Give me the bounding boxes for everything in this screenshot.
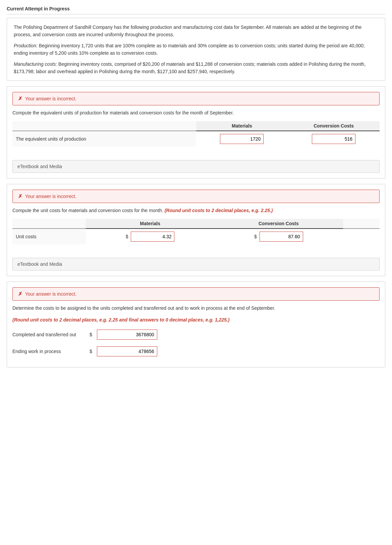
section-2: ✗ Your answer is incorrect. Compute the … (7, 184, 385, 276)
section-2-question-text: Compute the unit costs for materials and… (12, 208, 163, 213)
section-3-highlight-para: (Round unit costs to 2 decimal places, e… (12, 316, 380, 324)
error-message-3: Your answer is incorrect. (25, 291, 76, 297)
error-banner-3: ✗ Your answer is incorrect. (12, 287, 380, 301)
materials-dollar-sign-2: $ (126, 234, 128, 239)
section-3-content: Determine the costs to be assigned to th… (7, 305, 385, 367)
section-2-table: Materials Conversion Costs Unit costs $ … (12, 219, 380, 244)
completed-row: Completed and transferred out $ (12, 328, 380, 341)
conversion-input-cell-1 (288, 131, 380, 147)
col-conversion-2: Conversion Costs (214, 219, 343, 229)
etextbook-label-2: eTextbook and Media (17, 261, 62, 267)
conversion-dollar-sign-2: $ (254, 234, 257, 239)
conversion-input-2[interactable] (260, 232, 303, 242)
section-1-content: Compute the equivalent units of producti… (7, 109, 385, 157)
section-3-question-highlight: (Round unit costs to 2 decimal places, e… (12, 317, 229, 323)
info-paragraph-3: Manufacturing costs: Beginning inventory… (14, 60, 378, 76)
production-text: Beginning inventory 1,720 units that are… (14, 43, 365, 56)
section-3-question: Determine the costs to be assigned to th… (12, 305, 380, 312)
error-banner-1: ✗ Your answer is incorrect. (12, 92, 380, 105)
ending-dollar-sign: $ (90, 349, 92, 354)
error-message-1: Your answer is incorrect. (25, 96, 76, 101)
equivalent-units-label: The equivalent units of production (12, 131, 196, 147)
col-blank-2 (12, 219, 86, 229)
unit-costs-row: Unit costs $ $ (12, 229, 380, 244)
section-1: ✗ Your answer is incorrect. Compute the … (7, 86, 385, 179)
col-blank-1 (12, 121, 196, 131)
completed-dollar-sign: $ (90, 332, 92, 337)
etextbook-bar-2[interactable]: eTextbook and Media (12, 258, 380, 270)
current-attempt-label: Current Attempt in Progress (7, 6, 70, 11)
section-2-question-highlight: (Round unit costs to 2 decimal places, e… (165, 208, 273, 213)
manufacturing-label: Manufacturing costs: (14, 61, 57, 67)
ending-row: Ending work in process $ (12, 345, 380, 358)
section-2-content: Compute the unit costs for materials and… (7, 207, 385, 254)
error-icon-1: ✗ (18, 96, 22, 102)
completed-label: Completed and transferred out (12, 332, 86, 337)
info-paragraph-1: The Polishing Department of Sandhill Com… (14, 23, 378, 39)
error-message-2: Your answer is incorrect. (25, 194, 76, 199)
info-box: The Polishing Department of Sandhill Com… (7, 18, 385, 81)
manufacturing-text: Beginning inventory costs, comprised of … (14, 61, 366, 74)
conversion-dollar-cell: $ (214, 229, 343, 244)
info-paragraph-2: Production: Beginning inventory 1,720 un… (14, 42, 378, 57)
conversion-input-1[interactable] (312, 134, 355, 144)
etextbook-bar-1[interactable]: eTextbook and Media (12, 160, 380, 173)
unit-costs-label: Unit costs (12, 229, 86, 244)
current-attempt-header: Current Attempt in Progress (7, 3, 385, 14)
equivalent-units-row: The equivalent units of production (12, 131, 380, 147)
section-3-question-text: Determine the costs to be assigned to th… (12, 305, 275, 311)
ending-input[interactable] (97, 346, 157, 356)
section-1-table: Materials Conversion Costs The equivalen… (12, 121, 380, 147)
col-materials-2: Materials (86, 219, 214, 229)
section-1-question: Compute the equivalent units of producti… (12, 109, 380, 116)
col-materials-1: Materials (196, 121, 288, 131)
error-icon-2: ✗ (18, 193, 22, 199)
col-conversion-1: Conversion Costs (288, 121, 380, 131)
section-3: ✗ Your answer is incorrect. Determine th… (7, 282, 385, 367)
materials-dollar-cell: $ (86, 229, 214, 244)
error-banner-2: ✗ Your answer is incorrect. (12, 190, 380, 203)
etextbook-label-1: eTextbook and Media (17, 164, 62, 169)
completed-input[interactable] (97, 330, 157, 340)
production-label: Production: (14, 43, 38, 48)
materials-input-cell-1 (196, 131, 288, 147)
ending-label: Ending work in process (12, 349, 86, 354)
section-2-question: Compute the unit costs for materials and… (12, 207, 380, 214)
error-icon-3: ✗ (18, 291, 22, 297)
materials-input-2[interactable] (131, 232, 174, 242)
materials-input-1[interactable] (220, 134, 264, 144)
